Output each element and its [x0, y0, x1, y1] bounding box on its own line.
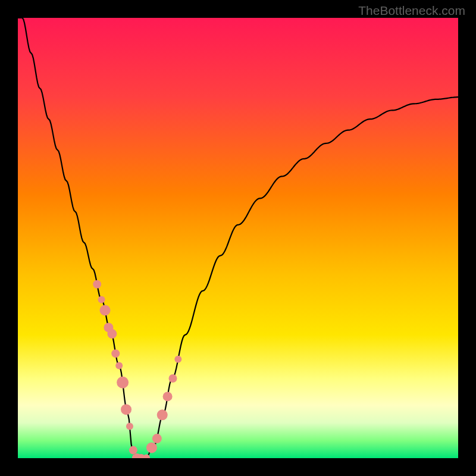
data-dot [93, 280, 101, 289]
data-dot [126, 422, 133, 430]
data-dot [107, 329, 117, 339]
data-dot [111, 349, 120, 358]
data-dot [117, 377, 129, 389]
bottleneck-chart [18, 18, 458, 458]
data-dot [129, 446, 137, 455]
data-dot [146, 442, 157, 453]
plot-area [18, 18, 458, 458]
watermark-text: TheBottleneck.com [358, 4, 465, 18]
data-dot [163, 392, 173, 401]
data-dot [157, 409, 168, 420]
data-dot [98, 296, 105, 303]
chart-container: TheBottleneck.com [0, 0, 476, 476]
data-dot [115, 362, 123, 369]
data-dot [168, 374, 177, 383]
data-dot [121, 404, 131, 415]
data-dot [174, 356, 181, 363]
data-dot [100, 305, 111, 316]
data-dot [152, 434, 162, 443]
gradient-background [18, 18, 458, 458]
